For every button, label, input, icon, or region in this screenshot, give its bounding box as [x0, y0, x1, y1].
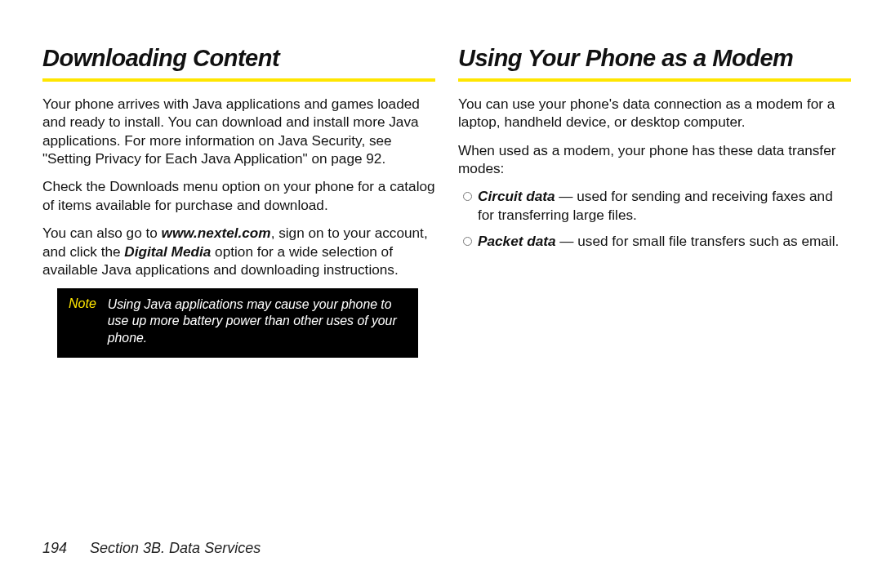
url-nextel: www.nextel.com — [162, 225, 271, 241]
text-fragment: You can also go to — [42, 225, 162, 241]
divider-rule — [458, 78, 851, 82]
section-label: Section 3B. Data Services — [90, 540, 261, 556]
option-digital-media: Digital Media — [124, 243, 211, 260]
note-label: Note — [69, 296, 96, 346]
paragraph-java-intro: Your phone arrives with Java application… — [42, 95, 435, 167]
page-footer: 194Section 3B. Data Services — [42, 540, 261, 557]
page-number: 194 — [42, 540, 67, 556]
term-circuit-data: Circuit data — [478, 188, 555, 204]
list-item: Circuit data — used for sending and rece… — [461, 187, 851, 224]
paragraph-modem-intro: You can use your phone's data connection… — [458, 95, 851, 131]
right-column: Using Your Phone as a Modem You can use … — [458, 45, 851, 519]
term-packet-data: Packet data — [478, 233, 556, 249]
left-column: Downloading Content Your phone arrives w… — [42, 45, 435, 519]
two-column-layout: Downloading Content Your phone arrives w… — [42, 45, 851, 519]
note-text: Using Java applications may cause your p… — [108, 296, 407, 346]
paragraph-modes-intro: When used as a modem, your phone has the… — [458, 141, 851, 178]
text-fragment: — used for small file transfers such as … — [556, 233, 840, 249]
heading-using-phone-modem: Using Your Phone as a Modem — [458, 45, 851, 72]
heading-downloading-content: Downloading Content — [42, 45, 435, 72]
paragraph-nextel-site: You can also go to www.nextel.com, sign … — [42, 224, 435, 278]
paragraph-downloads-menu: Check the Downloads menu option on your … — [42, 177, 435, 214]
divider-rule — [42, 78, 435, 82]
modes-list: Circuit data — used for sending and rece… — [458, 187, 851, 250]
note-box: Note Using Java applications may cause y… — [57, 288, 418, 358]
list-item: Packet data — used for small file transf… — [461, 232, 851, 250]
